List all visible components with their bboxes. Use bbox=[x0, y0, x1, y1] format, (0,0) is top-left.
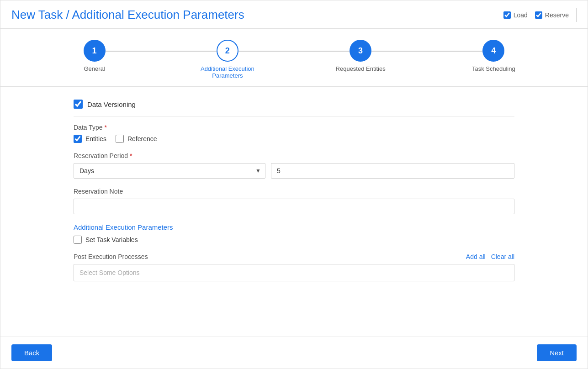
reservation-period-value[interactable] bbox=[271, 163, 514, 179]
post-exec-actions: Add all Clear all bbox=[466, 253, 514, 260]
set-task-variables-label[interactable]: Set Task Variables bbox=[74, 236, 514, 244]
set-task-variables-text: Set Task Variables bbox=[85, 236, 138, 243]
reference-checkbox[interactable] bbox=[116, 135, 124, 143]
load-checkbox-label[interactable]: Load bbox=[503, 11, 528, 19]
step-2-label: Additional Execution Parameters bbox=[200, 65, 255, 79]
entities-checkbox-label[interactable]: Entities bbox=[74, 135, 106, 143]
data-type-checkboxes: Entities Reference bbox=[74, 135, 514, 143]
data-type-required: * bbox=[104, 124, 106, 131]
additional-exec-group: Additional Execution Parameters Set Task… bbox=[74, 223, 514, 244]
reserve-label: Reserve bbox=[545, 11, 569, 19]
step-1-circle: 1 bbox=[84, 40, 106, 62]
stepper-section: 1 General 2 Additional Execution Paramet… bbox=[0, 29, 588, 87]
step-3-label: Requested Entities bbox=[336, 65, 386, 72]
data-versioning-row: Data Versioning bbox=[74, 100, 514, 109]
reservation-period-label: Reservation Period * bbox=[74, 152, 514, 159]
step-2-circle: 2 bbox=[217, 40, 238, 62]
new-task-link[interactable]: New Task bbox=[11, 8, 63, 21]
back-button[interactable]: Back bbox=[11, 344, 52, 361]
step-1-label: General bbox=[84, 65, 105, 72]
post-exec-group: Post Execution Processes Add all Clear a… bbox=[74, 253, 514, 281]
reference-checkbox-label[interactable]: Reference bbox=[116, 135, 157, 143]
reservation-note-group: Reservation Note bbox=[74, 188, 514, 214]
load-label: Load bbox=[514, 11, 528, 19]
reservation-period-select-wrapper: Days Hours Weeks ▼ bbox=[74, 163, 265, 179]
additional-exec-title: Additional Execution Parameters bbox=[74, 223, 514, 231]
reserve-checkbox-label[interactable]: Reserve bbox=[535, 11, 569, 19]
header-right: Load Reserve bbox=[503, 8, 577, 22]
reservation-note-input[interactable] bbox=[74, 199, 514, 214]
divider-1 bbox=[74, 116, 514, 116]
step-3: 3 Requested Entities bbox=[294, 40, 427, 72]
step-3-circle: 3 bbox=[350, 40, 371, 62]
header-divider bbox=[576, 8, 577, 22]
add-all-button[interactable]: Add all bbox=[466, 253, 486, 260]
page-title: New Task / Additional Execution Paramete… bbox=[11, 8, 244, 22]
load-checkbox[interactable] bbox=[503, 11, 511, 19]
footer: Back Next bbox=[0, 337, 588, 369]
entities-label: Entities bbox=[85, 135, 106, 142]
post-exec-label: Post Execution Processes bbox=[74, 253, 148, 260]
next-button[interactable]: Next bbox=[537, 344, 577, 361]
entities-checkbox[interactable] bbox=[74, 135, 82, 143]
set-task-variables-checkbox[interactable] bbox=[74, 236, 82, 244]
reservation-period-group: Reservation Period * Days Hours Weeks ▼ bbox=[74, 152, 514, 179]
reservation-period-row: Days Hours Weeks ▼ bbox=[74, 163, 514, 179]
data-type-label: Data Type * bbox=[74, 124, 514, 131]
header: New Task / Additional Execution Paramete… bbox=[0, 0, 588, 29]
step-4-circle: 4 bbox=[482, 40, 504, 62]
step-4-label: Task Scheduling bbox=[472, 65, 515, 72]
reference-label: Reference bbox=[127, 135, 157, 142]
data-type-group: Data Type * Entities Reference bbox=[74, 124, 514, 143]
title-separator: / bbox=[66, 8, 72, 21]
main-content: Data Versioning Data Type * Entities Ref… bbox=[0, 87, 588, 337]
stepper: 1 General 2 Additional Execution Paramet… bbox=[28, 40, 560, 79]
step-2: 2 Additional Execution Parameters bbox=[161, 40, 294, 79]
clear-all-button[interactable]: Clear all bbox=[491, 253, 514, 260]
post-exec-select[interactable]: Select Some Options bbox=[74, 264, 514, 281]
post-exec-header: Post Execution Processes Add all Clear a… bbox=[74, 253, 514, 260]
reserve-checkbox[interactable] bbox=[535, 11, 542, 19]
data-versioning-label: Data Versioning bbox=[87, 100, 136, 108]
data-versioning-checkbox[interactable] bbox=[74, 100, 83, 109]
step-1: 1 General bbox=[28, 40, 161, 72]
reservation-period-required: * bbox=[130, 152, 132, 159]
step-4: 4 Task Scheduling bbox=[427, 40, 560, 72]
reservation-note-label: Reservation Note bbox=[74, 188, 514, 195]
reservation-period-select[interactable]: Days Hours Weeks bbox=[74, 163, 265, 179]
page-subtitle: Additional Execution Parameters bbox=[72, 8, 244, 21]
